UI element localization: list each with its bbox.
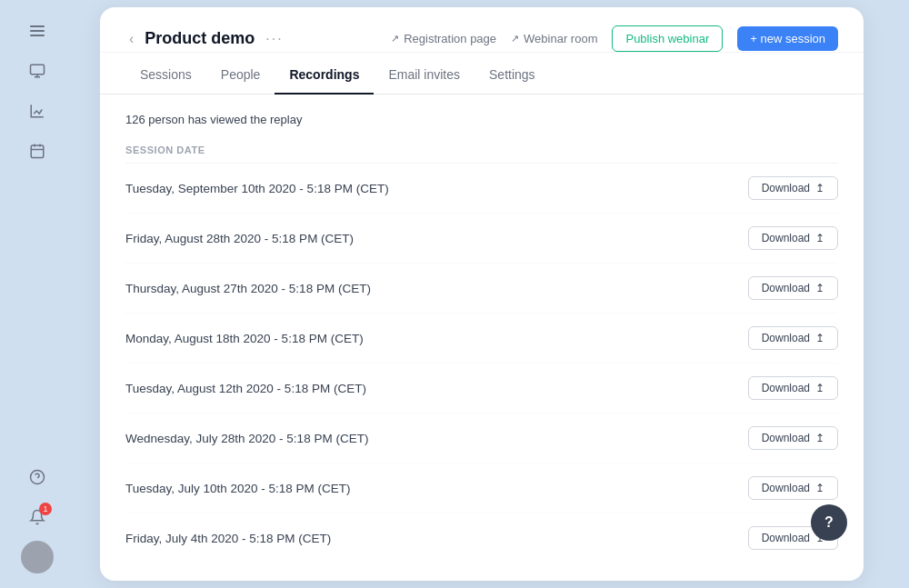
recordings-list: Tuesday, September 10th 2020 - 5:18 PM (… bbox=[125, 164, 838, 563]
download-icon: ↥ bbox=[815, 282, 824, 294]
recording-row: Tuesday, August 12th 2020 - 5:18 PM (CET… bbox=[125, 364, 838, 414]
session-date: Thursday, August 27th 2020 - 5:18 PM (CE… bbox=[125, 282, 371, 295]
user-avatar[interactable] bbox=[21, 541, 54, 573]
download-button[interactable]: Download ↥ bbox=[748, 326, 838, 350]
svg-rect-1 bbox=[31, 145, 44, 158]
download-icon: ↥ bbox=[815, 182, 824, 194]
download-button[interactable]: Download ↥ bbox=[748, 276, 838, 300]
download-button[interactable]: Download ↥ bbox=[748, 426, 838, 450]
session-date: Monday, August 18th 2020 - 5:18 PM (CET) bbox=[125, 332, 364, 345]
card-body: 126 person has viewed the replay SESSION… bbox=[100, 95, 864, 581]
sidebar-analytics-icon[interactable] bbox=[21, 95, 54, 127]
sidebar-notifications-icon[interactable]: 1 bbox=[21, 501, 54, 533]
download-icon: ↥ bbox=[815, 332, 824, 344]
sidebar-menu-icon[interactable] bbox=[21, 15, 54, 47]
tab-email-invites[interactable]: Email invites bbox=[374, 56, 474, 95]
session-date: Tuesday, August 12th 2020 - 5:18 PM (CET… bbox=[125, 382, 366, 395]
external-link-icon-2: ↗ bbox=[511, 33, 519, 45]
table-column-header: SESSION DATE bbox=[125, 141, 838, 164]
back-button[interactable]: ‹ bbox=[125, 27, 137, 51]
registration-page-link[interactable]: ↗ Registration page bbox=[391, 32, 496, 45]
sidebar: 1 bbox=[0, 0, 75, 588]
main-card: ‹ Product demo ··· ↗ Registration page ↗… bbox=[100, 7, 864, 581]
new-session-button[interactable]: + new session bbox=[737, 26, 838, 51]
svg-rect-0 bbox=[31, 65, 45, 75]
recording-row: Friday, July 4th 2020 - 5:18 PM (CET) Do… bbox=[125, 513, 838, 563]
download-button[interactable]: Download ↥ bbox=[748, 226, 838, 250]
svg-point-3 bbox=[34, 550, 41, 557]
session-date: Wednesday, July 28th 2020 - 5:18 PM (CET… bbox=[125, 432, 368, 445]
sidebar-broadcast-icon[interactable] bbox=[21, 55, 54, 87]
page-wrapper: 1 ‹ Product demo ··· ↗ Registration page bbox=[0, 0, 909, 588]
card-header: ‹ Product demo ··· ↗ Registration page ↗… bbox=[100, 7, 864, 53]
page-title: Product demo bbox=[145, 29, 255, 48]
session-date: Tuesday, July 10th 2020 - 5:18 PM (CET) bbox=[125, 482, 351, 495]
tabs-nav: Sessions People Recordings Email invites… bbox=[100, 56, 864, 95]
sidebar-help-icon[interactable] bbox=[21, 461, 54, 493]
download-button[interactable]: Download ↥ bbox=[748, 176, 838, 200]
download-icon: ↥ bbox=[815, 432, 824, 444]
tab-sessions[interactable]: Sessions bbox=[125, 56, 206, 95]
header-right: ↗ Registration page ↗ Webinar room Publi… bbox=[391, 25, 838, 52]
help-button[interactable]: ? bbox=[811, 504, 847, 541]
recording-row: Monday, August 18th 2020 - 5:18 PM (CET)… bbox=[125, 314, 838, 364]
sidebar-calendar-icon[interactable] bbox=[21, 135, 54, 167]
external-link-icon: ↗ bbox=[391, 33, 399, 45]
tab-recordings[interactable]: Recordings bbox=[275, 56, 374, 95]
session-date: Friday, July 4th 2020 - 5:18 PM (CET) bbox=[125, 532, 331, 545]
session-date: Friday, August 28th 2020 - 5:18 PM (CET) bbox=[125, 232, 354, 245]
download-button[interactable]: Download ↥ bbox=[748, 376, 838, 400]
session-date: Tuesday, September 10th 2020 - 5:18 PM (… bbox=[125, 182, 389, 195]
tab-people[interactable]: People bbox=[206, 56, 275, 95]
sidebar-bottom: 1 bbox=[21, 461, 54, 573]
webinar-room-link[interactable]: ↗ Webinar room bbox=[511, 32, 597, 45]
download-icon: ↥ bbox=[815, 482, 824, 494]
download-button[interactable]: Download ↥ bbox=[748, 476, 838, 500]
recording-row: Wednesday, July 28th 2020 - 5:18 PM (CET… bbox=[125, 414, 838, 463]
recording-row: Tuesday, July 10th 2020 - 5:18 PM (CET) … bbox=[125, 463, 838, 513]
download-icon: ↥ bbox=[815, 382, 824, 394]
recording-row: Friday, August 28th 2020 - 5:18 PM (CET)… bbox=[125, 214, 838, 264]
registration-page-label: Registration page bbox=[404, 32, 496, 45]
recording-row: Thursday, August 27th 2020 - 5:18 PM (CE… bbox=[125, 264, 838, 314]
webinar-room-label: Webinar room bbox=[524, 32, 597, 45]
notification-badge: 1 bbox=[39, 503, 52, 515]
header-left: ‹ Product demo ··· bbox=[125, 27, 287, 51]
replay-count-text: 126 person has viewed the replay bbox=[125, 113, 838, 126]
publish-webinar-button[interactable]: Publish webinar bbox=[612, 25, 723, 52]
recording-row: Tuesday, September 10th 2020 - 5:18 PM (… bbox=[125, 164, 838, 214]
tab-settings[interactable]: Settings bbox=[474, 56, 550, 95]
more-options-button[interactable]: ··· bbox=[262, 27, 286, 51]
download-icon: ↥ bbox=[815, 232, 824, 244]
